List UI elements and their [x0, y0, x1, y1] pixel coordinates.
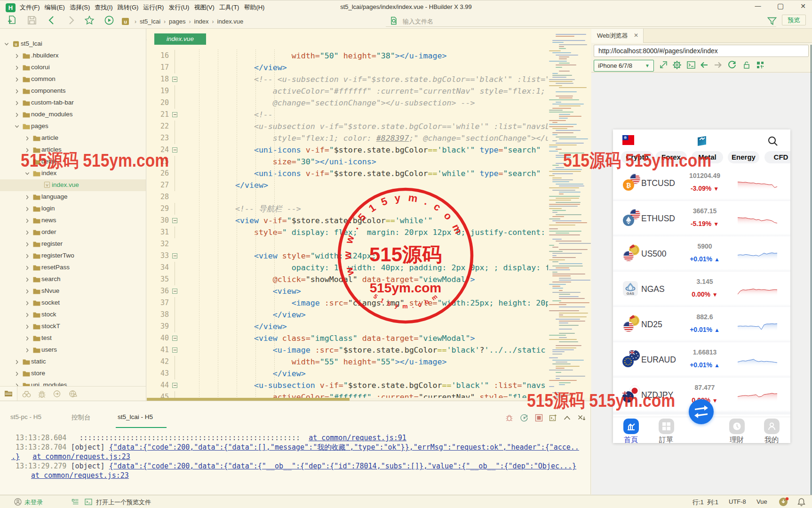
tree-item-search[interactable]: search: [0, 274, 146, 285]
tree-chevron-icon[interactable]: [25, 194, 30, 200]
market-tab-Energy[interactable]: Energy: [728, 151, 759, 163]
instrument-row-NGAS[interactable]: GASNGAS3.1450.00% ▼: [613, 272, 790, 307]
lock-icon[interactable]: [742, 60, 751, 70]
console-collapse-icon[interactable]: [563, 414, 571, 422]
back-icon[interactable]: [47, 15, 57, 25]
tree-item-stockT[interactable]: stockT: [0, 321, 146, 332]
tree-chevron-icon[interactable]: [15, 112, 20, 118]
minimize-button[interactable]: —: [751, 0, 765, 12]
sidebar-tab-files[interactable]: [0, 387, 17, 401]
editor-tab-index-vue[interactable]: index.vue: [154, 33, 206, 45]
instrument-row-ETHUSD[interactable]: ETHUSD3667.15-5.19% ▼: [613, 201, 790, 236]
terminal-icon[interactable]: [686, 60, 696, 70]
menu-item-6[interactable]: 发行(U): [166, 2, 191, 13]
device-selector[interactable]: iPhone 6/7/8▼: [594, 60, 654, 72]
tree-item-stock[interactable]: stock: [0, 309, 146, 321]
code-line-19[interactable]: 19 activeColor="#ffffff" :current="curre…: [147, 85, 591, 97]
tree-chevron-icon[interactable]: [15, 359, 20, 365]
cursor-position[interactable]: 行:1 列:1: [693, 498, 718, 507]
web-globe-icon[interactable]: [69, 390, 78, 398]
fold-marker-icon[interactable]: [172, 218, 177, 223]
code-line-20[interactable]: 20 @change="sectionChange"></u-subsectio…: [147, 97, 591, 109]
menu-item-7[interactable]: 视图(V): [191, 2, 216, 13]
breadcrumb-item-pages[interactable]: pages: [169, 18, 185, 25]
favorite-star-icon[interactable]: [84, 15, 95, 25]
app-tab-我的[interactable]: 我的: [757, 419, 786, 443]
code-line-16[interactable]: 16 width="50" height="38"></u-image>: [147, 50, 591, 62]
tree-item-components[interactable]: components: [0, 85, 146, 97]
tree-chevron-icon[interactable]: [15, 89, 20, 94]
tree-item-index.vue[interactable]: Vindex.vue: [0, 179, 146, 191]
tree-chevron-icon[interactable]: [25, 136, 30, 141]
tree-item-news[interactable]: news: [0, 215, 146, 226]
fold-marker-icon[interactable]: [172, 336, 177, 341]
tree-item-resetPass[interactable]: resetPass: [0, 262, 146, 274]
tree-chevron-icon[interactable]: [15, 65, 20, 71]
fold-marker-icon[interactable]: [172, 347, 177, 353]
tree-chevron-icon[interactable]: [25, 265, 30, 271]
menu-item-0[interactable]: 文件(F): [17, 2, 42, 13]
breadcrumb-item-st5_lcai[interactable]: st5_lcai: [140, 18, 160, 25]
tree-item-login[interactable]: login: [0, 203, 146, 215]
minimap[interactable]: [548, 31, 591, 398]
nav-forward-icon[interactable]: [713, 60, 723, 70]
app-tab-訂單[interactable]: 訂單: [652, 419, 680, 443]
new-file-icon[interactable]: [7, 15, 17, 25]
app-tab-理財[interactable]: 理財: [723, 419, 751, 443]
tree-chevron-icon[interactable]: [25, 206, 30, 212]
code-line-25[interactable]: 25 size="30"></uni-icons>: [147, 156, 591, 168]
tree-chevron-icon[interactable]: [25, 218, 30, 224]
tree-chevron-icon[interactable]: [25, 300, 30, 306]
console-tab-0[interactable]: st5-pc - H5: [10, 413, 41, 420]
tree-item-order[interactable]: order: [0, 226, 146, 238]
breadcrumb-item-index.vue[interactable]: index.vue: [217, 18, 244, 25]
fold-marker-icon[interactable]: [172, 112, 177, 117]
console-stop-icon[interactable]: [535, 414, 543, 422]
console-log-line-2[interactable]: .} at common/request.js:23: [11, 452, 130, 461]
goto-export-icon[interactable]: [53, 390, 62, 398]
tree-item-node_modules[interactable]: node_modules: [0, 109, 146, 121]
console-log-line-3[interactable]: 13:13:29.279 [object] {"data":{"code":20…: [16, 462, 576, 470]
tree-chevron-icon[interactable]: [25, 277, 30, 282]
tree-chevron-icon[interactable]: [25, 230, 30, 235]
encoding[interactable]: UTF-8: [729, 498, 746, 505]
console-close-icon[interactable]: [577, 414, 585, 422]
code-line-24[interactable]: 24 <uni-icons v-if="$store.state.bgColor…: [147, 144, 591, 156]
code-line-22[interactable]: 22 <u-subsection v-if="$store.state.bgCo…: [147, 121, 591, 132]
login-status[interactable]: 未登录: [24, 498, 43, 507]
console-terminal-add-icon[interactable]: [549, 414, 557, 422]
tree-item-common[interactable]: common: [0, 73, 146, 85]
url-input[interactable]: http://localhost:8000/#/pages/index/inde…: [594, 45, 809, 57]
tree-item-static[interactable]: static: [0, 356, 146, 368]
update-download-icon[interactable]: [779, 497, 789, 507]
console-tab-1[interactable]: 控制台: [72, 413, 91, 422]
file-search-input[interactable]: 输入文件名: [386, 15, 776, 27]
console-log-line-0[interactable]: 13:13:28.604 :::::::::::::::::::::::::::…: [16, 434, 406, 442]
tree-item-users[interactable]: users: [0, 344, 146, 356]
file-language[interactable]: Vue: [756, 498, 767, 505]
tree-item-register[interactable]: register: [0, 238, 146, 250]
tree-chevron-icon[interactable]: [25, 347, 30, 353]
tree-chevron-icon[interactable]: [25, 324, 30, 330]
menu-item-9[interactable]: 帮助(H): [241, 2, 267, 13]
tree-chevron-icon[interactable]: [15, 53, 20, 59]
tree-chevron-icon[interactable]: [15, 77, 20, 82]
menu-item-2[interactable]: 选择(S): [67, 2, 92, 13]
menu-item-4[interactable]: 跳转(G): [115, 2, 141, 13]
nav-back-icon[interactable]: [700, 60, 709, 70]
maximize-button[interactable]: ▢: [773, 0, 788, 12]
tree-chevron-icon[interactable]: [25, 312, 30, 318]
tree-item-test[interactable]: test: [0, 332, 146, 344]
console-log-line-1[interactable]: 13:13:28.704 [object] {"data":{"code":20…: [16, 443, 579, 452]
tree-chevron-icon[interactable]: [15, 100, 20, 106]
tree-chevron-icon[interactable]: [25, 289, 30, 294]
close-button[interactable]: ✕: [796, 0, 810, 12]
tree-item-.hbuilderx[interactable]: .hbuilderx: [0, 50, 146, 62]
menu-item-5[interactable]: 运行(R): [141, 2, 166, 13]
tab-close-icon[interactable]: ✕: [634, 29, 638, 42]
tree-item-colorui[interactable]: colorui: [0, 62, 146, 73]
tree-chevron-icon[interactable]: [25, 242, 30, 247]
preview-button[interactable]: 预览: [782, 15, 806, 25]
menu-item-1[interactable]: 编辑(E): [42, 2, 67, 13]
search-icon[interactable]: [767, 136, 779, 147]
